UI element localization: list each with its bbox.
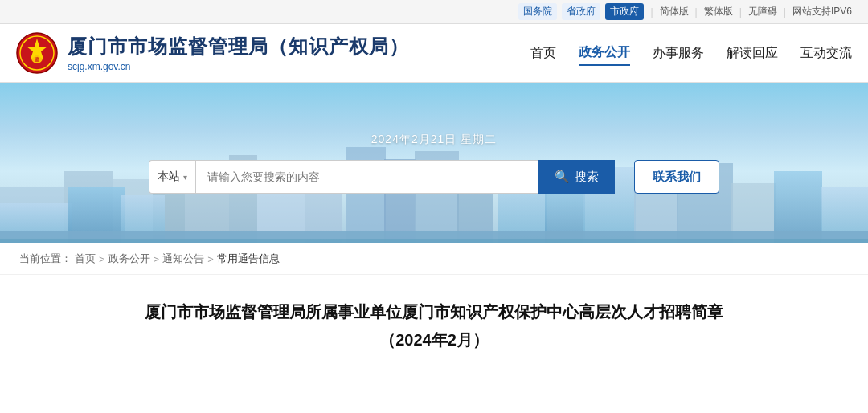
top-bar-ipv6[interactable]: 网站支持IPV6 <box>792 5 852 18</box>
logo-badge-icon: 监 <box>16 32 58 74</box>
contact-button[interactable]: 联系我们 <box>634 160 719 194</box>
logo-area: 监 厦门市市场监督管理局（知识产权局） scjg.xm.gov.cn <box>16 32 409 74</box>
top-bar-shizhengfu[interactable]: 市政府 <box>605 3 644 20</box>
svg-rect-29 <box>0 239 868 243</box>
banner-search-area: 本站 ▾ 🔍 搜索 <box>149 160 615 194</box>
breadcrumb-sep-2: > <box>154 253 160 265</box>
top-bar-shengzhengfu[interactable]: 省政府 <box>562 3 600 20</box>
top-bar-gov-links: 国务院 省政府 市政府 <box>518 3 644 20</box>
search-button-label: 搜索 <box>575 170 599 185</box>
logo-text: 厦门市市场监督管理局（知识产权局） scjg.xm.gov.cn <box>68 34 409 72</box>
search-icon: 🔍 <box>555 170 570 184</box>
breadcrumb-sep-3: > <box>207 253 214 265</box>
nav-jiedu[interactable]: 解读回应 <box>727 42 778 65</box>
breadcrumb-current: 常用通告信息 <box>217 251 280 266</box>
search-scope-arrow-icon: ▾ <box>183 173 187 182</box>
logo-title: 厦门市市场监督管理局（知识产权局） <box>68 34 409 59</box>
top-bar-separator-3: | <box>739 6 742 18</box>
top-bar-fanti[interactable]: 繁体版 <box>704 5 733 18</box>
article-content: 厦门市市场监督管理局所属事业单位厦门市知识产权保护中心高层次人才招聘简章 （20… <box>0 275 868 375</box>
breadcrumb-sep-1: > <box>99 253 105 265</box>
logo-subtitle: scjg.xm.gov.cn <box>68 61 409 72</box>
nav-zhengwu[interactable]: 政务公开 <box>579 41 630 66</box>
nav-banshi[interactable]: 办事服务 <box>653 42 704 65</box>
search-scope-selector[interactable]: 本站 ▾ <box>149 160 195 194</box>
breadcrumb: 当前位置： 首页 > 政务公开 > 通知公告 > 常用通告信息 <box>0 243 868 275</box>
svg-text:监: 监 <box>35 56 40 62</box>
top-bar-separator-1: | <box>650 6 653 18</box>
nav-hudong[interactable]: 互动交流 <box>800 42 852 65</box>
breadcrumb-label: 当前位置： <box>19 251 72 266</box>
header: 监 厦门市市场监督管理局（知识产权局） scjg.xm.gov.cn 首页 政务… <box>0 24 868 83</box>
top-bar-jianti[interactable]: 简体版 <box>660 5 689 18</box>
top-bar-wuzhang[interactable]: 无障碍 <box>748 5 777 18</box>
breadcrumb-tongzhi[interactable]: 通知公告 <box>162 251 204 266</box>
top-bar-guowuyuan[interactable]: 国务院 <box>518 3 557 20</box>
banner: 2024年2月21日 星期二 本站 ▾ 🔍 搜索 联系我们 <box>0 83 868 243</box>
top-bar: 国务院 省政府 市政府 | 简体版 | 繁体版 | 无障碍 | 网站支持IPV6 <box>0 0 868 24</box>
breadcrumb-home[interactable]: 首页 <box>75 251 96 266</box>
top-bar-separator-2: | <box>695 6 698 18</box>
search-scope-label: 本站 <box>158 170 180 184</box>
article-title-line2: （2024年2月） <box>32 329 836 351</box>
breadcrumb-zhengwu[interactable]: 政务公开 <box>108 251 150 266</box>
nav-home[interactable]: 首页 <box>530 42 556 65</box>
banner-date: 2024年2月21日 星期二 <box>371 133 497 147</box>
main-nav: 首页 政务公开 办事服务 解读回应 互动交流 <box>530 41 852 66</box>
article-title-line1: 厦门市市场监督管理局所属事业单位厦门市知识产权保护中心高层次人才招聘简章 <box>32 299 836 325</box>
top-bar-separator-4: | <box>784 6 786 18</box>
search-input[interactable] <box>195 160 538 194</box>
search-button[interactable]: 🔍 搜索 <box>538 160 615 194</box>
